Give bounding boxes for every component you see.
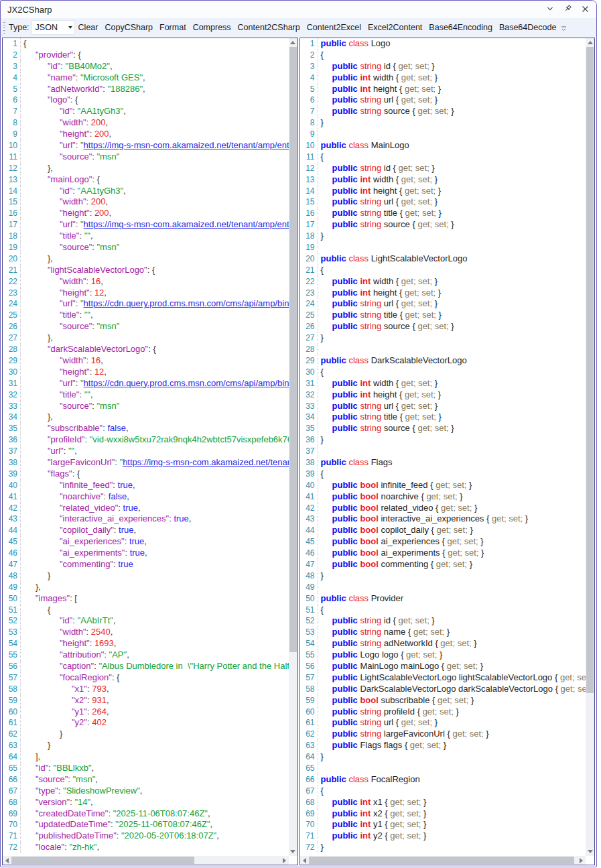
line-number: 65: [300, 763, 318, 774]
line-content: public int height { get; set; }: [318, 389, 586, 401]
toolbar-button-clear[interactable]: Clear: [75, 20, 102, 35]
right-vertical-scroll-thumb[interactable]: [586, 47, 594, 693]
line-number: 46: [300, 548, 318, 559]
line-content: public string source { get; set; }: [318, 219, 586, 231]
toolbar-gripper[interactable]: [3, 22, 5, 34]
line-number: 32: [300, 389, 318, 401]
line-content: "source": "msn": [21, 151, 289, 163]
line-content: {: [21, 605, 289, 616]
toolbar-button-content2excel[interactable]: Content2Excel: [304, 20, 364, 35]
code-line: 44"copilot_daily": true,: [3, 525, 289, 536]
toolbar-button-compress[interactable]: Compress: [190, 20, 235, 35]
scroll-right-arrow-icon[interactable]: [280, 856, 289, 865]
code-line: 42"related_video": true,: [3, 503, 289, 514]
left-vertical-scroll-thumb[interactable]: [289, 47, 297, 652]
line-content: public class Provider: [318, 593, 586, 605]
line-content: "height": 12,: [21, 288, 289, 299]
scroll-down-arrow-icon[interactable]: [586, 847, 594, 856]
line-number: 33: [3, 401, 21, 412]
code-line: 12public string id { get; set; }: [300, 163, 586, 174]
scroll-up-arrow-icon[interactable]: [586, 38, 594, 47]
window-position-button[interactable]: [543, 3, 557, 16]
line-content: "ai_experiences": true,: [21, 536, 289, 548]
toolbar-button-excel2content[interactable]: Excel2Content: [364, 20, 425, 35]
line-number: 47: [3, 559, 21, 570]
line-number: 30: [3, 367, 21, 378]
right-horizontal-scroll-thumb[interactable]: [309, 857, 575, 864]
line-number: 34: [300, 412, 318, 423]
line-content: },: [21, 582, 289, 593]
line-number: 63: [300, 740, 318, 751]
right-horizontal-scrollbar[interactable]: [300, 856, 586, 865]
toolbar-button-content2csharp[interactable]: Content2CSharp: [235, 20, 304, 35]
toolbar-overflow-button[interactable]: [561, 23, 567, 35]
editor-split-view: 1{2"provider": {3"id": "BB40Mo2",4"name"…: [1, 37, 596, 867]
line-content: "width": 16,: [21, 276, 289, 288]
line-number: 26: [3, 321, 21, 332]
line-content: }: [318, 434, 586, 446]
line-content: {: [318, 605, 586, 616]
code-line: 69public int x2 { get; set; }: [300, 808, 586, 820]
line-number: 72: [300, 842, 318, 853]
code-line: 68"version": "14",: [3, 797, 289, 808]
code-line: 56"caption": "Albus Dumbledore in \"Harr…: [3, 661, 289, 672]
code-line: 30{: [300, 367, 586, 378]
line-content: "related_video": true,: [21, 503, 289, 514]
scroll-up-arrow-icon[interactable]: [289, 38, 297, 47]
code-line: 71public int y2 { get; set; }: [300, 830, 586, 842]
line-number: 61: [3, 717, 21, 729]
csharp-output-editor[interactable]: 1public class Logo2{3public string id { …: [299, 38, 596, 865]
json-input-editor[interactable]: 1{2"provider": {3"id": "BB40Mo2",4"name"…: [2, 38, 298, 865]
code-line: 59"x2": 931,: [3, 695, 289, 706]
toolbar-button-copycsharp[interactable]: CopyCSharp: [101, 20, 156, 35]
code-line: 19"source": "msn": [3, 242, 289, 253]
line-number: 12: [300, 163, 318, 174]
line-content: public string title { get; set; }: [318, 412, 586, 423]
left-horizontal-scrollbar[interactable]: [3, 856, 289, 865]
scroll-right-arrow-icon[interactable]: [577, 856, 586, 865]
code-line: 65: [300, 763, 586, 774]
line-number: 46: [3, 548, 21, 559]
line-number: 37: [3, 446, 21, 457]
line-number: 14: [3, 186, 21, 197]
line-number: 70: [3, 819, 21, 830]
line-number: 3: [3, 61, 21, 72]
window-title: JX2CSharp: [7, 5, 52, 15]
scroll-left-arrow-icon[interactable]: [300, 856, 309, 865]
scroll-left-arrow-icon[interactable]: [3, 856, 11, 865]
line-content: "url": "https://img-s-msn-com.akamaized.…: [21, 140, 289, 151]
pin-button[interactable]: [560, 3, 575, 16]
line-number: 38: [300, 457, 318, 469]
line-number: 34: [3, 412, 21, 423]
line-content: "id": "AAbIrTt",: [21, 615, 289, 627]
line-number: 54: [300, 638, 318, 649]
right-vertical-scrollbar[interactable]: [586, 38, 594, 856]
code-line: 18"title": "",: [3, 231, 289, 242]
code-line: 15"width": 200,: [3, 196, 289, 208]
toolbar-button-format[interactable]: Format: [156, 20, 190, 35]
code-line: 3"id": "BB40Mo2",: [3, 61, 289, 72]
line-content: "subscribable": false,: [21, 423, 289, 434]
type-dropdown[interactable]: JSON: [31, 20, 75, 35]
code-line: 58"x1": 793,: [3, 684, 289, 695]
jx2csharp-tool-window: JX2CSharp Type: JSON: [0, 0, 597, 867]
code-line: 11"source": "msn": [3, 151, 289, 163]
toolbar-button-base64decode[interactable]: Base64Decode: [496, 20, 559, 35]
left-vertical-scrollbar[interactable]: [289, 38, 297, 856]
line-number: 12: [3, 163, 21, 174]
toolbar-button-base64encoding[interactable]: Base64Encoding: [425, 20, 496, 35]
scroll-down-arrow-icon[interactable]: [289, 847, 297, 856]
line-number: 35: [3, 423, 21, 434]
line-number: 71: [3, 830, 21, 842]
code-line: 70public int y1 { get; set; }: [300, 819, 586, 830]
line-content: [318, 582, 586, 593]
close-button[interactable]: [578, 3, 592, 16]
code-line: 55public Logo logo { get; set; }: [300, 649, 586, 661]
line-number: 18: [3, 231, 21, 242]
line-number: 66: [300, 774, 318, 786]
line-number: 17: [3, 219, 21, 231]
line-number: 62: [3, 729, 21, 740]
code-line: 13"mainLogo": {: [3, 174, 289, 186]
left-horizontal-scroll-thumb[interactable]: [11, 857, 194, 864]
line-number: 19: [3, 242, 21, 253]
